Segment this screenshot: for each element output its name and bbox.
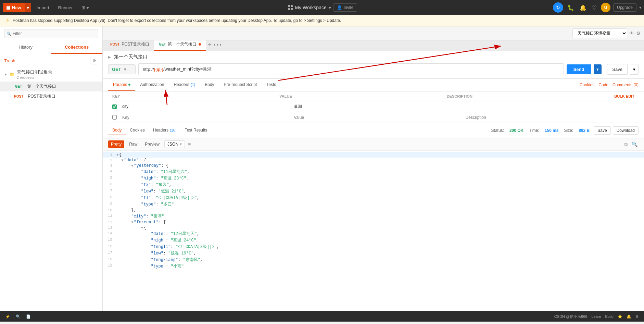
pretty-btn[interactable]: Pretty xyxy=(108,140,124,148)
param1-value-input[interactable] xyxy=(294,104,463,109)
params-tab[interactable]: Params xyxy=(108,79,135,91)
sidebar-tabs: History Collections xyxy=(0,41,102,54)
sidebar: 🔍 History Collections Trash ⊕ ▼ 📁 天气接口测试… xyxy=(0,26,103,311)
headers-resp-tab[interactable]: Headers (16) xyxy=(149,126,181,135)
code-link[interactable]: Code xyxy=(598,83,608,87)
bottom-notifications-icon[interactable]: 🔔 xyxy=(627,314,631,319)
search-icon: 🔍 xyxy=(7,32,11,36)
copy-icon-btn[interactable]: ⧉ xyxy=(623,140,629,148)
line-content-3: ▼"yesterday": { xyxy=(116,163,644,168)
resp-save-button[interactable]: Save xyxy=(594,126,610,135)
params-table: KEY VALUE DESCRIPTION Bulk Edit xyxy=(103,91,644,123)
bottom-icon2[interactable]: 🔍 xyxy=(16,314,21,319)
prerequest-tab[interactable]: Pre-request Script xyxy=(219,79,262,91)
json-line-2: 2 ▼"data": { xyxy=(103,158,644,163)
line-num-4: 4 xyxy=(103,169,116,173)
url-display[interactable]: http://{{ip}}/weather_mini?city=巢湖 xyxy=(138,63,564,75)
invite-button[interactable]: 👤 Invite xyxy=(333,3,357,12)
new-label: New xyxy=(12,5,21,10)
raw-btn[interactable]: Raw xyxy=(126,140,140,148)
new-folder-button[interactable]: ⊕ xyxy=(90,57,98,64)
api-item-get[interactable]: GET 第一个天气接口 xyxy=(0,82,102,91)
env-gear-button[interactable]: ⚙ xyxy=(636,30,641,36)
import-button[interactable]: Import xyxy=(33,3,53,12)
param1-desc-input[interactable] xyxy=(466,104,634,109)
json-format-select[interactable]: JSON ▾ xyxy=(164,140,185,148)
filter-input[interactable] xyxy=(4,29,98,38)
search-json-btn[interactable]: 🔍 xyxy=(631,140,639,148)
bottom-browse-icon[interactable]: ⊕ xyxy=(635,314,639,319)
line-num-16: 16 xyxy=(103,244,116,248)
test-results-tab[interactable]: Test Results xyxy=(181,126,211,135)
tests-tab[interactable]: Tests xyxy=(262,79,281,91)
filter-icon-btn[interactable]: ≡ xyxy=(187,140,192,148)
build-label[interactable]: Build xyxy=(605,314,614,319)
sidebar-actions: Trash ⊕ xyxy=(0,54,102,67)
avatar[interactable]: U xyxy=(601,3,610,12)
workspace-button[interactable]: My Workspace ▾ xyxy=(288,5,331,10)
body-tab[interactable]: Body xyxy=(200,79,219,91)
param2-value-input[interactable] xyxy=(294,115,463,120)
upgrade-arrow[interactable]: ▾ xyxy=(639,5,641,10)
json-line-16: 16 "fengli": "<![CDATA[3级]]>", xyxy=(103,244,644,250)
save-button[interactable]: Save xyxy=(607,64,628,75)
cookies-resp-tab[interactable]: Cookies xyxy=(126,126,149,135)
line-num-9: 9 xyxy=(103,201,116,206)
resp-download-button[interactable]: Download xyxy=(613,126,639,135)
param1-key-input[interactable] xyxy=(122,104,291,109)
layout-button[interactable]: ⊞ ▾ xyxy=(78,3,92,12)
param2-desc-input[interactable] xyxy=(466,115,634,120)
send-button[interactable]: Send xyxy=(567,64,591,74)
collection-item[interactable]: ▼ 📁 天气接口测试集合 2 requests xyxy=(0,67,102,82)
line-num-11: 11 xyxy=(103,213,116,218)
param2-key-input[interactable] xyxy=(122,115,291,120)
headers-tab[interactable]: Headers (1) xyxy=(169,79,200,91)
bell-icon[interactable]: 🔔 xyxy=(578,3,588,12)
env-selector[interactable]: 天气接口环境变量 xyxy=(572,28,627,38)
line-content-15: "high": "高温 24°C", xyxy=(116,237,644,243)
body-resp-tab[interactable]: Body xyxy=(108,126,126,135)
bulk-edit-btn[interactable]: Bulk Edit xyxy=(614,94,634,98)
save-arrow-button[interactable]: ▾ xyxy=(630,64,639,75)
response-section: Body Cookies Headers (16) Test Results S… xyxy=(103,123,644,312)
new-dropdown-arrow[interactable]: ▾ xyxy=(25,3,31,12)
param-checkbox-2[interactable] xyxy=(112,115,117,120)
json-format-label: JSON xyxy=(167,142,178,147)
learn-label[interactable]: Learn xyxy=(591,314,601,319)
csdn-label: CSDN @信小乐666 xyxy=(554,314,588,319)
bottom-icon1[interactable]: ⚡ xyxy=(5,314,10,319)
param-checkbox-1[interactable] xyxy=(112,104,117,109)
new-button[interactable]: ◼ New ▾ xyxy=(3,3,31,12)
method-select[interactable]: GET ▾ xyxy=(108,64,136,74)
post-login-tab[interactable]: POST POST登录接口 xyxy=(105,39,154,51)
trash-link[interactable]: Trash xyxy=(4,58,15,63)
param-row-2 xyxy=(108,112,639,123)
history-tab[interactable]: History xyxy=(0,41,51,54)
bottom-icon3[interactable]: 📄 xyxy=(26,314,31,319)
json-line-15: 15 "high": "高温 24°C", xyxy=(103,237,644,244)
comments-link[interactable]: Comments (0) xyxy=(613,83,639,87)
preview-btn[interactable]: Preview xyxy=(142,140,162,148)
heart-icon[interactable]: ♡ xyxy=(591,3,598,12)
tab-more-button[interactable]: • • • xyxy=(214,42,221,48)
upgrade-button[interactable]: Upgrade xyxy=(613,3,636,12)
sync-button[interactable]: ↻ xyxy=(553,2,563,13)
cookies-link[interactable]: Cookies xyxy=(580,83,594,87)
line-content-9: "type": "多云" xyxy=(116,201,644,207)
warning-icon: ⚠ xyxy=(5,18,10,23)
json-line-12: 12 ▼"forecast": [ xyxy=(103,220,644,225)
api-item-post[interactable]: POST POST登录接口 xyxy=(0,91,102,101)
add-tab-button[interactable]: + xyxy=(206,41,214,48)
send-arrow-button[interactable]: ▾ xyxy=(594,64,602,74)
collections-tab[interactable]: Collections xyxy=(51,41,103,54)
auth-tab[interactable]: Authorization xyxy=(135,79,169,91)
json-line-1: 1 ▼{ xyxy=(103,152,644,158)
json-line-18: 18 "fengxiang": "东南风", xyxy=(103,257,644,263)
param2-key-cell xyxy=(122,115,291,120)
runner-button[interactable]: Runner xyxy=(55,3,76,12)
request-area: ▶ 第一个天气接口 GET ▾ http://{{ip}}/weather_mi… xyxy=(103,51,644,79)
bug-icon[interactable]: 🐛 xyxy=(566,3,576,12)
value-header: VALUE xyxy=(279,94,446,98)
env-eye-button[interactable]: 👁 xyxy=(629,30,634,36)
get-weather-tab[interactable]: GET 第一个天气接口 xyxy=(154,39,206,51)
